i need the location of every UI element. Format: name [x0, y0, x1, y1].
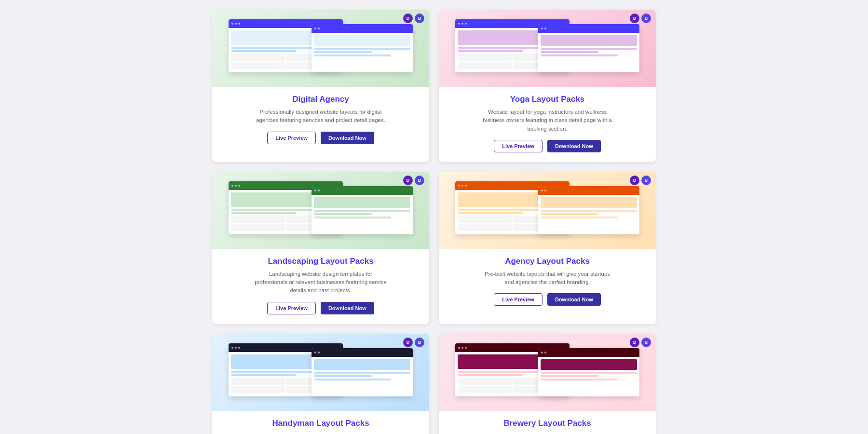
card-brewery: D B — [439, 334, 656, 434]
download-button-landscaping[interactable]: Download Now — [321, 302, 374, 314]
mockup-dot — [238, 23, 240, 25]
card-image-digital-agency: D B — [212, 10, 429, 87]
mockup-dot — [541, 190, 543, 191]
mockup-front-landscaping — [312, 186, 413, 234]
mockup-dot — [458, 23, 460, 25]
mockup-stack-landscaping — [229, 176, 413, 244]
mockup-dot — [465, 347, 467, 349]
badge-icons-agency: D B — [630, 176, 651, 185]
badge-icons-handyman: D B — [403, 338, 424, 347]
mockup-dot — [458, 347, 460, 349]
mockup-line — [541, 372, 637, 374]
mockup-dot — [318, 27, 320, 29]
mockup-line — [314, 210, 410, 212]
card-title-agency: Agency Layout Packs — [448, 257, 646, 266]
card-image-agency: D B — [439, 172, 656, 249]
mockup-dot — [238, 347, 240, 349]
download-button-agency[interactable]: Download Now — [547, 293, 601, 306]
layout-grid: D B — [212, 10, 656, 434]
badge-b-digital-agency: B — [415, 14, 424, 23]
mockup-header-front-digital-agency — [312, 24, 413, 33]
badge-d-landscaping: D — [403, 176, 413, 185]
mockup-dot — [235, 347, 237, 349]
card-image-brewery: D B — [439, 334, 656, 411]
preview-button-yoga[interactable]: Live Preview — [494, 140, 542, 152]
mockup-dot — [231, 185, 233, 187]
mockup-line — [314, 379, 391, 380]
card-title-digital-agency: Digital Agency — [222, 95, 420, 104]
badge-icons-brewery: D B — [630, 338, 651, 347]
mockup-dot — [458, 185, 460, 187]
mockup-dot — [238, 185, 240, 187]
mockup-line — [314, 372, 410, 374]
mockup-header-front-brewery — [538, 348, 639, 357]
mockup-dot — [541, 27, 543, 29]
mockup-grid-item — [458, 224, 512, 231]
mockup-grid-item — [231, 54, 285, 61]
card-desc-yoga: Website layout for yoga instructors and … — [480, 108, 615, 133]
preview-button-digital-agency[interactable]: Live Preview — [267, 132, 316, 144]
card-content-agency: Agency Layout Packs Pre-built website la… — [439, 249, 656, 316]
badge-d-brewery: D — [630, 338, 639, 347]
mockup-stack-agency — [455, 176, 640, 244]
card-buttons-agency: Live Preview Download Now — [448, 293, 646, 306]
mockup-dot — [318, 190, 320, 191]
badge-d-handyman: D — [403, 338, 413, 347]
mockup-line — [231, 50, 297, 52]
mockup-grid-item — [458, 216, 512, 223]
mockup-grid-item — [458, 378, 512, 385]
mockup-stack-yoga — [455, 14, 640, 82]
mockup-line — [541, 48, 637, 50]
mockup-stack-handyman — [229, 339, 413, 406]
preview-button-landscaping[interactable]: Live Preview — [267, 302, 316, 314]
mockup-front-yoga — [538, 24, 639, 72]
download-button-yoga[interactable]: Download Now — [547, 140, 601, 152]
card-desc-agency: Pre-built website layouts that will give… — [480, 270, 615, 287]
mockup-dot — [544, 27, 546, 29]
mockup-line — [541, 375, 598, 377]
card-image-handyman: D B — [212, 334, 429, 411]
card-image-landscaping: D B — [212, 172, 429, 249]
badge-b-yoga: B — [641, 14, 651, 23]
mockup-line — [541, 379, 618, 380]
mockup-front-handyman — [312, 348, 413, 396]
card-content-digital-agency: Digital Agency Professionally designed w… — [212, 87, 429, 154]
card-content-brewery: Brewery Layout Packs Website design for … — [439, 411, 656, 434]
mockup-dot — [314, 190, 316, 191]
mockup-line — [458, 374, 523, 376]
mockup-stack-digital-agency — [229, 14, 413, 82]
download-button-digital-agency[interactable]: Download Now — [321, 132, 374, 144]
card-buttons-yoga: Live Preview Download Now — [448, 140, 646, 152]
mockup-body — [538, 195, 639, 222]
badge-b-brewery: B — [641, 338, 651, 347]
mockup-line — [458, 50, 523, 52]
badge-b-handyman: B — [415, 338, 424, 347]
mockup-hero — [541, 197, 637, 208]
mockup-dot — [314, 27, 316, 29]
card-content-landscaping: Landscaping Layout Packs Landscaping web… — [212, 249, 429, 324]
card-landscaping: D B — [212, 172, 429, 324]
mockup-line — [541, 217, 618, 218]
mockup-grid-item — [231, 216, 285, 223]
mockup-line — [231, 212, 297, 214]
mockup-hero — [314, 359, 410, 370]
mockup-line — [231, 47, 319, 49]
mockup-hero — [541, 359, 637, 370]
card-title-handyman: Handyman Layout Packs — [222, 419, 420, 428]
mockup-dot — [235, 185, 237, 187]
mockup-grid-item — [458, 54, 512, 61]
card-content-yoga: Yoga Layout Packs Website layout for yog… — [439, 87, 656, 162]
mockup-line — [314, 48, 410, 50]
mockup-line — [541, 54, 618, 56]
badge-d-digital-agency: D — [403, 14, 413, 23]
mockup-dot — [231, 347, 233, 349]
preview-button-agency[interactable]: Live Preview — [494, 293, 542, 306]
mockup-line — [314, 217, 391, 218]
mockup-dot — [461, 347, 463, 349]
badge-b-landscaping: B — [415, 176, 424, 185]
mockup-line — [541, 51, 598, 53]
mockup-dot — [461, 185, 463, 187]
mockup-hero — [314, 35, 410, 46]
mockup-header-front-handyman — [312, 348, 413, 357]
badge-b-agency: B — [641, 176, 651, 185]
